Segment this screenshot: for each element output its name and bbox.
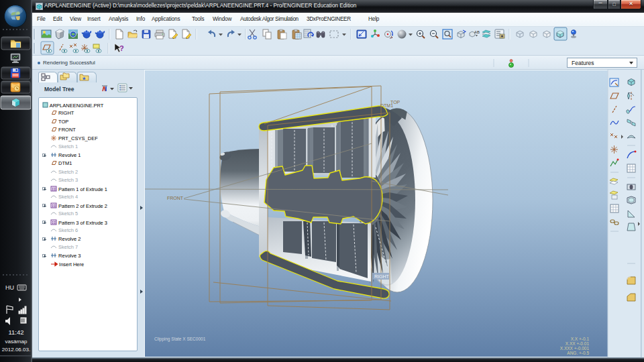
svg-text:HU: HU [5,284,14,291]
svg-text:?: ? [119,44,124,52]
svg-text:FRONT: FRONT [167,196,184,200]
svg-text:RIGHT: RIGHT [374,274,390,279]
svg-text:AB: AB [474,30,480,34]
svg-text:11:42: 11:42 [8,328,23,336]
svg-text:Clipping State X SEC0001: Clipping State X SEC0001 [154,337,206,342]
svg-text:vasárnap: vasárnap [5,339,28,345]
svg-text:TOP: TOP [390,100,400,105]
svg-text:2012.06.03.: 2012.06.03. [2,347,30,353]
